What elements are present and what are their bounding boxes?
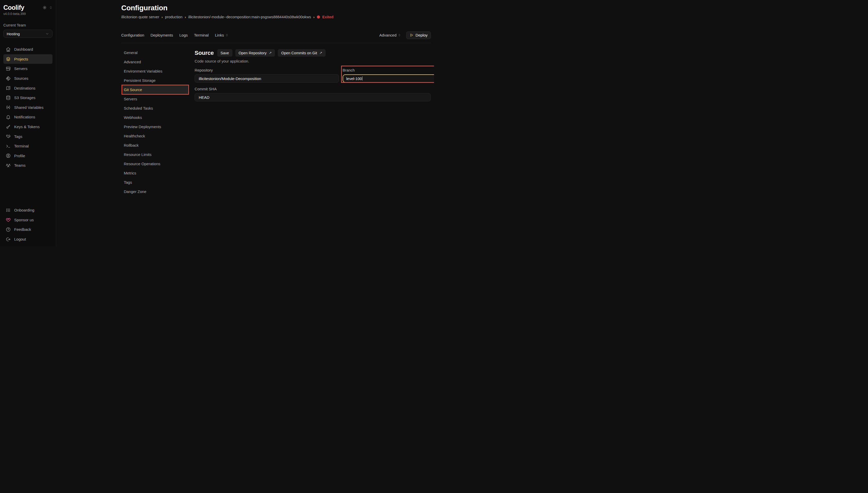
map-icon [6,85,11,90]
subnav-item-resource-operations[interactable]: Resource Operations [122,159,188,168]
terminal-icon [6,144,11,149]
theme-selector-chevrons-icon[interactable] [49,6,52,9]
breadcrumb: illicitonion quote server › production ›… [121,15,333,19]
chevron-down-icon [45,32,49,36]
open-commits-button[interactable]: Open Commits on Git ↗ [278,49,325,57]
text-cursor [362,77,363,81]
tags-icon [6,134,11,139]
breadcrumb-separator-icon: › [185,15,186,19]
branch-label: Branch [343,68,434,72]
tabs-divider [121,43,431,43]
checklist-icon [6,208,11,213]
logout-icon [6,237,11,242]
sidebar: Coolify v4.0.0-beta.399 Current Team Hos… [0,0,56,246]
app-logo: Coolify [3,4,24,11]
external-link-icon: ↗ [319,51,322,55]
sidebar-item-feedback[interactable]: Feedback [3,224,52,234]
sidebar-item-projects[interactable]: Projects [3,54,52,64]
subnav-item-advanced[interactable]: Advanced [122,57,188,66]
commit-sha-label: Commit SHA [195,87,431,91]
repository-label: Repository [195,68,339,72]
tabs-bar: Configuration Deployments Logs Terminal … [121,31,431,39]
subnav-item-git-source[interactable]: Git Source [122,85,188,94]
subnav-item-general[interactable]: General [122,48,188,57]
subnav-item-rollback[interactable]: Rollback [122,141,188,150]
breadcrumb-separator-icon: › [162,15,163,19]
open-repository-button[interactable]: Open Repository ↗ [235,49,275,57]
chevrons-up-down-icon [398,34,401,37]
repository-input[interactable]: illicitestonion/Module-Decomposition [195,74,339,83]
sidebar-item-sources[interactable]: Sources [3,73,52,83]
status-text: Exited [322,15,334,19]
subnav-item-healthcheck[interactable]: Healthcheck [122,131,188,141]
layers-icon [6,56,11,62]
server-icon [6,66,11,71]
home-icon [6,47,11,52]
advanced-menu[interactable]: Advanced [379,33,401,37]
subnav-item-metrics[interactable]: Metrics [122,168,188,177]
sidebar-item-teams[interactable]: Teams [3,160,52,170]
tab-terminal[interactable]: Terminal [194,33,209,37]
sidebar-item-profile[interactable]: Profile [3,151,52,161]
subnav-item-webhooks[interactable]: Webhooks [122,113,188,122]
sidebar-item-s3-storages[interactable]: S3 Storages [3,93,52,103]
sidebar-item-tags[interactable]: Tags [3,131,52,141]
bell-icon [6,114,11,120]
tab-deployments[interactable]: Deployments [151,33,173,37]
subnav-item-resource-limits[interactable]: Resource Limits [122,150,188,159]
sidebar-item-onboarding[interactable]: Onboarding [3,205,52,215]
team-select-value: Hosting [7,31,20,36]
external-link-icon: ↗ [269,51,272,55]
team-select[interactable]: Hosting [3,29,52,38]
save-button[interactable]: Save [217,49,232,57]
chevrons-up-down-icon [225,34,229,37]
breadcrumb-resource[interactable]: illicitestonion/-module--decomposition:m… [188,15,311,19]
subnav-item-preview-deployments[interactable]: Preview Deployments [122,122,188,131]
sidebar-item-logout[interactable]: Logout [3,234,52,244]
sidebar-bottom-nav: Onboarding Sponsor us Feedback Logout [3,205,52,244]
breadcrumb-separator-icon: › [313,15,315,19]
subnav-item-danger-zone[interactable]: Danger Zone [122,187,188,196]
theme-sun-icon[interactable] [42,5,47,10]
configuration-subnav: General Advanced Environment Variables P… [122,48,188,196]
source-description: Code source of your application. [195,59,431,63]
breadcrumb-environment[interactable]: production [165,15,183,19]
tab-configuration[interactable]: Configuration [121,33,144,37]
help-circle-icon [6,227,11,232]
git-source-panel: Source Save Open Repository ↗ Open Commi… [195,49,431,101]
sidebar-item-keys-tokens[interactable]: Keys & Tokens [3,122,52,132]
database-icon [6,95,11,100]
status-dot-icon [317,16,320,19]
subnav-item-persistent-storage[interactable]: Persistent Storage [122,76,188,85]
commit-sha-input[interactable]: HEAD [195,93,431,101]
sidebar-item-notifications[interactable]: Notifications [3,112,52,122]
sidebar-item-destinations[interactable]: Destinations [3,83,52,93]
heart-icon [6,217,11,222]
status-badge: Exited [317,15,334,19]
sidebar-item-servers[interactable]: Servers [3,64,52,73]
subnav-item-servers[interactable]: Servers [122,94,188,103]
main-content: Configuration illicitonion quote server … [56,0,434,246]
users-icon [6,163,11,168]
subnav-item-scheduled-tasks[interactable]: Scheduled Tasks [122,103,188,113]
sidebar-item-dashboard[interactable]: Dashboard [3,44,52,54]
sidebar-item-shared-variables[interactable]: Shared Variables [3,103,52,112]
breadcrumb-project[interactable]: illicitonion quote server [121,15,159,19]
subnav-item-tags[interactable]: Tags [122,177,188,187]
subnav-item-environment-variables[interactable]: Environment Variables [122,66,188,76]
play-icon [409,33,414,37]
current-team-label: Current Team [3,23,52,27]
deploy-button[interactable]: Deploy [406,31,431,39]
page-title: Configuration [121,4,168,12]
branch-input[interactable]: level-100 [343,74,434,83]
sidebar-item-terminal[interactable]: Terminal [3,141,52,151]
git-source-icon [6,76,11,81]
sidebar-nav: Dashboard Projects Servers Sources Desti… [3,44,52,170]
key-icon [6,124,11,129]
source-heading: Source [195,50,214,56]
tab-logs[interactable]: Logs [179,33,188,37]
sidebar-item-sponsor-us[interactable]: Sponsor us [3,215,52,225]
variable-icon [6,105,11,110]
tab-links[interactable]: Links [215,33,229,37]
user-circle-icon [6,153,11,158]
